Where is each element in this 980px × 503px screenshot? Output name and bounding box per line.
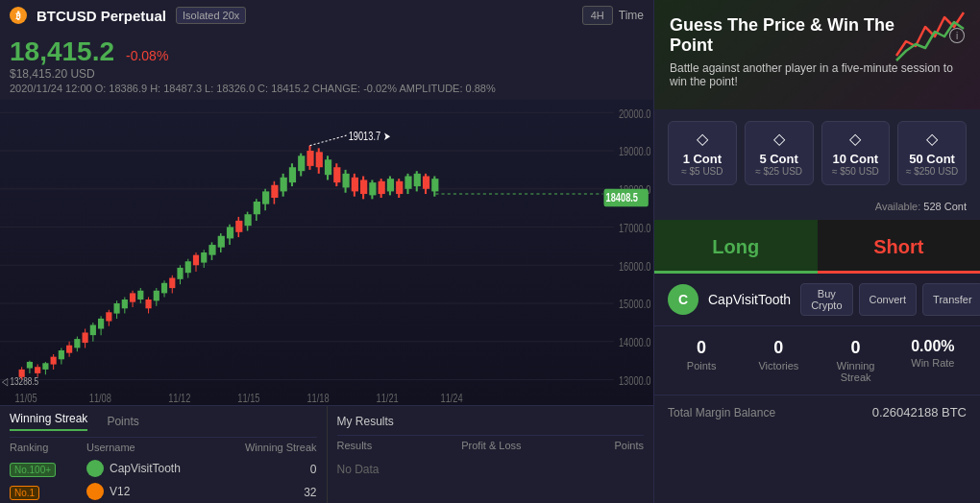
action-buttons: Buy Crypto Convert Transfer	[800, 283, 980, 316]
isolated-badge: Isolated 20x	[176, 7, 246, 24]
svg-rect-109	[387, 179, 394, 191]
svg-rect-115	[414, 174, 421, 186]
buy-crypto-button[interactable]: Buy Crypto	[800, 283, 852, 316]
svg-rect-111	[396, 181, 403, 194]
svg-rect-93	[325, 159, 331, 175]
svg-rect-55	[161, 283, 167, 294]
price-main: 18,415.2 -0.08%	[10, 36, 644, 67]
svg-text:19000.0: 19000.0	[619, 145, 651, 157]
transfer-button[interactable]: Transfer	[922, 283, 980, 316]
svg-rect-25	[42, 363, 48, 370]
svg-rect-105	[369, 182, 376, 195]
col-points-header: Points	[586, 440, 644, 451]
svg-rect-59	[177, 268, 183, 279]
no-data: No Data	[337, 455, 645, 484]
price-usd: $18,415.20 USD	[10, 67, 644, 81]
bet-card-2[interactable]: ◇ 5 Cont ≈ $25 USD	[745, 121, 814, 185]
stat-victories-value: 0	[745, 338, 812, 358]
svg-text:11/08: 11/08	[89, 392, 111, 404]
svg-rect-43	[113, 303, 119, 314]
bet-card-3[interactable]: ◇ 10 Cont ≈ $50 USD	[821, 121, 891, 185]
svg-rect-21	[27, 362, 33, 369]
left-panel: ₿ BTCUSD Perpetual Isolated 20x 4H Time …	[0, 0, 653, 503]
user-avatar-large: C	[668, 284, 698, 315]
col-streak-header: Winning Streak	[231, 442, 317, 453]
svg-text:13000.0: 13000.0	[619, 374, 651, 387]
svg-text:11/24: 11/24	[440, 392, 462, 404]
col-pl-header: Profit & Loss	[461, 440, 586, 451]
game-header: Guess The Price & Win The Point i Battle…	[654, 0, 980, 109]
svg-rect-119	[431, 179, 438, 191]
bottom-tabs: Winning Streak Points Ranking Username W…	[0, 405, 653, 503]
long-button[interactable]: Long	[654, 220, 818, 274]
price-change: -0.08%	[126, 48, 168, 63]
svg-rect-27	[51, 357, 57, 365]
tab-winning-streak[interactable]: Winning Streak	[10, 412, 87, 431]
stat-winrate-label: Win Rate	[899, 357, 967, 369]
svg-rect-0	[0, 100, 653, 405]
stat-win-rate: 0.00% Win Rate	[899, 338, 967, 383]
bet-card-4[interactable]: ◇ 50 Cont ≈ $250 USD	[897, 121, 967, 185]
table-row: No.1 V12 32	[10, 480, 317, 503]
svg-rect-101	[352, 178, 358, 192]
bet-icon-3: ◇	[828, 130, 884, 148]
svg-rect-53	[154, 291, 159, 301]
table-row: No.100+ CapVisitTooth 0	[10, 457, 317, 480]
svg-text:15000.0: 15000.0	[619, 298, 651, 310]
stat-winrate-value: 0.00%	[899, 338, 967, 355]
table-header: Ranking Username Winning Streak	[10, 438, 317, 457]
svg-rect-107	[379, 181, 385, 194]
col-username-header: Username	[86, 442, 231, 453]
tab-points[interactable]: Points	[107, 415, 138, 428]
bet-usd-3: ≈ $50 USD	[828, 166, 884, 177]
svg-rect-39	[98, 319, 104, 329]
stat-streak-label: Winning Streak	[822, 360, 890, 383]
time-selector: 4H Time	[582, 6, 644, 25]
bet-card-1[interactable]: ◇ 1 Cont ≈ $5 USD	[668, 121, 737, 185]
timeframe-button[interactable]: 4H	[582, 6, 613, 25]
rank-badge-1: No.100+	[10, 463, 56, 477]
svg-rect-49	[137, 291, 143, 299]
bet-icon-4: ◇	[904, 130, 960, 148]
long-short-row: Long Short	[654, 220, 980, 274]
bet-usd-4: ≈ $250 USD	[904, 166, 960, 177]
chart-area: 20000.0 19000.0 18000.0 17000.0 16000.0 …	[0, 100, 653, 405]
svg-text:11/21: 11/21	[377, 392, 399, 404]
svg-text:14000.0: 14000.0	[619, 336, 651, 348]
svg-rect-37	[90, 325, 96, 336]
rank-badge-2: No.1	[10, 486, 39, 500]
svg-rect-47	[130, 293, 135, 301]
svg-rect-91	[316, 152, 323, 167]
svg-rect-89	[306, 151, 313, 166]
bet-amount-3: 10 Cont	[828, 152, 884, 166]
username-1: CapVisitTooth	[110, 462, 181, 475]
btc-icon: ₿	[10, 7, 27, 24]
bet-usd-1: ≈ $5 USD	[674, 166, 730, 177]
svg-rect-103	[360, 180, 367, 194]
divider	[327, 406, 328, 503]
time-label: Time	[619, 9, 644, 22]
svg-text:11/15: 11/15	[237, 392, 259, 404]
short-button[interactable]: Short	[818, 220, 981, 274]
svg-rect-67	[208, 245, 215, 255]
svg-rect-23	[35, 367, 40, 373]
stat-winning-streak: 0 Winning Streak	[822, 338, 890, 383]
margin-label: Total Margin Balance	[668, 406, 775, 419]
svg-rect-71	[227, 228, 233, 239]
price-section: 18,415.2 -0.08% $18,415.20 USD 2020/11/2…	[0, 31, 653, 100]
svg-rect-75	[244, 214, 251, 226]
svg-text:19013.7 ➤: 19013.7 ➤	[349, 130, 391, 142]
streak-val-1: 0	[310, 463, 317, 476]
price-meta: 2020/11/24 12:00 O: 18386.9 H: 18487.3 L…	[10, 83, 644, 94]
tabs-header: Winning Streak Points	[10, 406, 317, 438]
stat-streak-value: 0	[822, 338, 890, 358]
stat-points-value: 0	[668, 338, 735, 358]
stat-points: 0 Points	[668, 338, 735, 383]
convert-button[interactable]: Convert	[859, 283, 918, 316]
svg-rect-97	[333, 167, 340, 182]
game-subtitle: Battle against another player in a five-…	[670, 61, 965, 88]
col-ranking-header: Ranking	[10, 442, 86, 453]
svg-rect-83	[281, 178, 287, 192]
svg-rect-29	[59, 350, 64, 359]
svg-rect-35	[83, 332, 88, 343]
